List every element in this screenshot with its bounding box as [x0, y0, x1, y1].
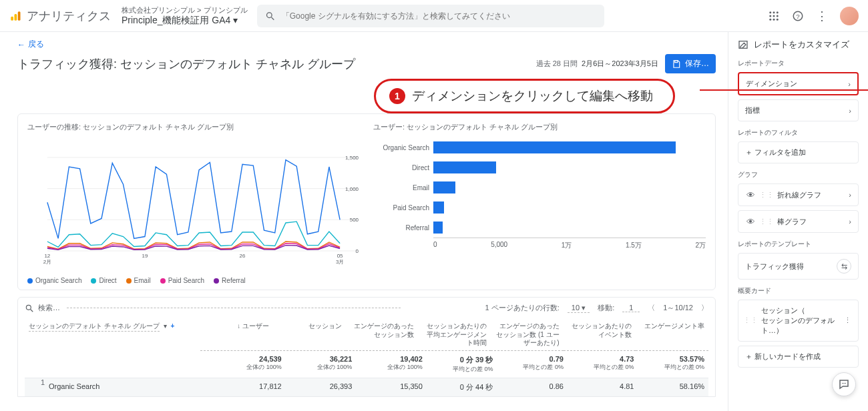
help-icon[interactable]: ?	[792, 10, 804, 22]
svg-text:500: 500	[350, 217, 359, 223]
table-search[interactable]: 検索…	[25, 303, 60, 313]
bar-row: Direct	[373, 157, 706, 177]
page-next-icon[interactable]: 〉	[701, 303, 708, 313]
more-icon[interactable]: ⋮	[844, 316, 851, 325]
summary-card-title: セッション（ セッションのデフォルト…）	[761, 306, 839, 336]
unlink-icon[interactable]: ⇆	[837, 259, 851, 274]
add-dimension-icon[interactable]: +	[171, 322, 175, 331]
date-range-value: 2月6日～2023年3月5日	[582, 59, 658, 69]
eye-icon[interactable]: 👁	[745, 189, 756, 200]
bar-chart-label: 棒グラフ	[777, 217, 807, 227]
svg-point-11	[769, 18, 771, 20]
svg-point-34	[842, 383, 843, 384]
svg-point-12	[773, 18, 775, 20]
line-chart-panel: ユーザーの推移: セッションのデフォルト チャネル グループ別 05001,00…	[27, 122, 360, 284]
search-icon	[265, 11, 275, 21]
eye-icon[interactable]: 👁	[745, 216, 756, 227]
search-bar[interactable]	[257, 5, 604, 27]
page-prev-icon[interactable]: 〈	[648, 303, 655, 313]
drag-handle-icon[interactable]: ⋮⋮	[761, 216, 772, 227]
more-icon[interactable]: ⋮	[816, 9, 828, 23]
dimension-label: ディメンション	[746, 79, 797, 89]
app-header: アナリティクス 株式会社プリンシプル > プリンシプル Principle_機能…	[0, 0, 868, 32]
caret-down-icon: ▾	[233, 15, 238, 25]
metric-row[interactable]: 指標 ›	[738, 99, 859, 121]
template-row[interactable]: トラフィック獲得 ⇆	[738, 253, 859, 280]
bar-row: Paid Search	[373, 197, 706, 218]
annotation-text: ディメンションをクリックして編集へ移動	[412, 87, 653, 105]
rows-per-page-label: 1 ページあたりの行数:	[485, 303, 560, 313]
legend-item[interactable]: Organic Search	[27, 277, 81, 284]
date-range-label: 過去 28 日間	[536, 59, 578, 69]
svg-point-13	[777, 18, 779, 20]
annotation-callout: 1 ディメンションをクリックして編集へ移動	[374, 79, 675, 113]
legend-item[interactable]: Direct	[91, 277, 116, 284]
customize-icon	[738, 39, 748, 50]
line-chart-row[interactable]: 👁 ⋮⋮ 折れ線グラフ ›	[738, 183, 859, 206]
svg-text:1,500: 1,500	[345, 155, 359, 161]
line-chart: 05001,0001,500122月1926053月	[27, 137, 360, 271]
svg-text:1,000: 1,000	[345, 186, 359, 192]
bar-chart-panel: ユーザー: セッションのデフォルト チャネル グループ別 Organic Sea…	[373, 122, 706, 284]
line-chart-legend: Organic SearchDirectEmailPaid SearchRefe…	[27, 277, 360, 284]
section-card-label: 概要カード	[738, 286, 859, 296]
svg-point-10	[777, 15, 779, 17]
search-input[interactable]	[282, 11, 596, 21]
add-card-button[interactable]: ＋ 新しいカードを作成	[738, 346, 859, 368]
svg-point-9	[773, 15, 775, 17]
apps-icon[interactable]	[768, 10, 780, 22]
search-icon	[25, 304, 34, 313]
back-link[interactable]: ←戻る	[17, 39, 716, 50]
svg-point-5	[769, 11, 771, 13]
save-button[interactable]: 保存…	[665, 54, 716, 73]
svg-text:19: 19	[142, 253, 148, 259]
property-selector[interactable]: 株式会社プリンシプル > プリンシプル Principle_機能検証用 GA4▾	[122, 6, 248, 25]
chevron-right-icon: ›	[849, 218, 851, 226]
svg-point-7	[777, 11, 779, 13]
dimension-row[interactable]: ディメンション ›	[738, 72, 859, 95]
goto-label: 移動:	[598, 303, 614, 313]
drag-handle-icon[interactable]: ⋮⋮	[745, 316, 756, 326]
line-chart-label: 折れ線グラフ	[777, 190, 821, 200]
svg-point-8	[769, 15, 771, 17]
chevron-right-icon: ›	[849, 191, 851, 199]
bar-row: Organic Search	[373, 137, 706, 157]
section-chart-label: グラフ	[738, 170, 859, 179]
legend-item[interactable]: Paid Search	[160, 277, 204, 284]
svg-point-31	[26, 305, 31, 310]
svg-line-4	[271, 17, 274, 19]
svg-rect-0	[11, 16, 13, 20]
drag-handle-icon[interactable]: ⋮⋮	[761, 189, 772, 200]
bar-row: Referral	[373, 218, 706, 238]
property-name: Principle_機能検証用 GA4	[122, 15, 230, 25]
chat-icon	[838, 378, 850, 390]
svg-text:05: 05	[337, 253, 343, 259]
add-filter-button[interactable]: ＋ フィルタを追加	[738, 141, 859, 163]
feedback-button[interactable]	[832, 372, 856, 396]
annotation-number: 1	[389, 88, 405, 104]
goto-input[interactable]: 1	[622, 304, 640, 312]
rows-per-page-select[interactable]: 10 ▾	[568, 304, 590, 313]
legend-item[interactable]: Referral	[214, 277, 246, 284]
section-filter-label: レポートのフィルタ	[738, 128, 859, 137]
data-table: 検索… 1 ページあたりの行数: 10 ▾ 移動: 1 〈 1～10/12 〉 …	[17, 297, 716, 397]
account-breadcrumb: 株式会社プリンシプル > プリンシプル	[122, 6, 248, 15]
date-range-picker[interactable]: 過去 28 日間 2月6日～2023年3月5日	[536, 59, 658, 69]
metric-label: 指標	[745, 105, 760, 115]
svg-text:12: 12	[44, 253, 50, 259]
svg-text:?: ?	[796, 12, 800, 19]
customize-title: レポートをカスタマイズ	[738, 39, 859, 51]
product-name: アナリティクス	[27, 8, 111, 24]
back-label: 戻る	[28, 39, 44, 50]
avatar[interactable]	[840, 7, 859, 25]
svg-text:0: 0	[356, 248, 359, 254]
bar-chart-row[interactable]: 👁 ⋮⋮ 棒グラフ ›	[738, 210, 859, 233]
bar-row: Email	[373, 177, 706, 197]
svg-point-36	[845, 383, 847, 384]
save-icon	[672, 59, 681, 69]
summary-card-row[interactable]: ⋮⋮ セッション（ セッションのデフォルト…） ⋮	[738, 300, 859, 342]
bar-chart-title: ユーザー: セッションのデフォルト チャネル グループ別	[373, 122, 706, 132]
product-logo: アナリティクス	[9, 8, 111, 24]
page-title: トラフィック獲得: セッションのデフォルト チャネル グループ	[17, 56, 355, 72]
legend-item[interactable]: Email	[126, 277, 151, 284]
